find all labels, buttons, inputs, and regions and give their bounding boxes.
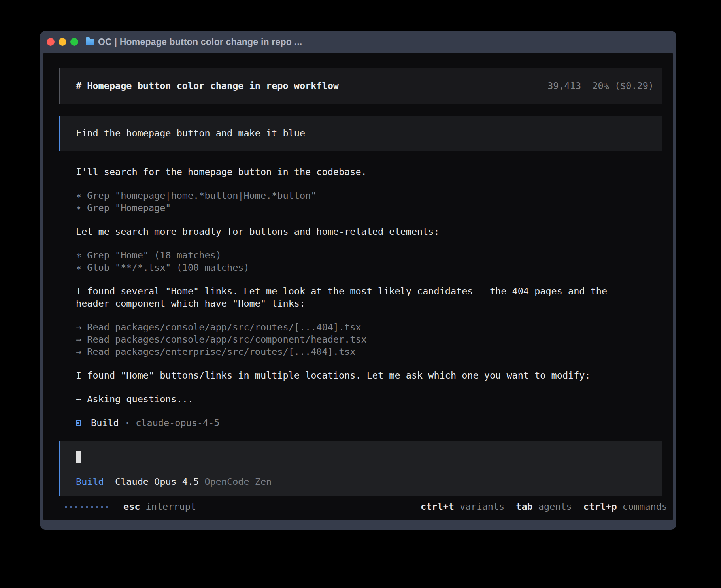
asterisk-icon: ∗ — [76, 250, 87, 261]
tool-call-group: ∗ Grep "Home" (18 matches)∗ Glob "**/*.t… — [76, 249, 662, 274]
asterisk-icon: ∗ — [76, 262, 87, 273]
hint-key: tab — [516, 501, 532, 512]
hint-key: ctrl+p — [583, 501, 617, 512]
assistant-text-line: ~ Asking questions... — [76, 393, 662, 405]
left-keyboard-hints: esc interrupt — [123, 501, 196, 513]
tool-call-text: Grep "Home" (18 matches) — [87, 250, 221, 261]
hint-key: esc — [123, 501, 140, 512]
asterisk-icon: ∗ — [76, 202, 87, 213]
assistant-text: I found "Home" buttons/links in multiple… — [76, 369, 662, 382]
separator-dot: · — [119, 417, 136, 429]
tool-call-text: Read packages/enterprise/src/routes/[...… — [87, 346, 355, 357]
tool-call-line: → Read packages/console/app/src/componen… — [76, 334, 662, 346]
status-bar: esc interrupt ctrl+t variantstab agentsc… — [50, 501, 667, 513]
arrow-right-icon: → — [76, 322, 87, 333]
spinner-dot — [65, 506, 67, 508]
agent-name: Build — [91, 417, 119, 429]
window-titlebar[interactable]: OC | Homepage button color change in rep… — [40, 31, 676, 53]
tool-call-line: → Read packages/console/app/src/routes/[… — [76, 321, 662, 334]
assistant-text-line: I found several "Home" links. Let me loo… — [76, 285, 662, 298]
assistant-text: Let me search more broadly for buttons a… — [76, 226, 662, 238]
terminal-content: # Homepage button color change in repo w… — [43, 53, 673, 520]
tool-call-text: Glob "**/*.tsx" (100 matches) — [87, 262, 249, 273]
assistant-text: I'll search for the homepage button in t… — [76, 166, 662, 178]
agent-badge-icon — [76, 420, 81, 426]
close-button[interactable] — [47, 38, 55, 46]
spinner-dot — [91, 506, 93, 508]
text-cursor — [76, 451, 81, 463]
session-title: # Homepage button color change in repo w… — [76, 80, 339, 92]
right-keyboard-hints: ctrl+t variantstab agentsctrl+p commands — [421, 501, 667, 513]
tool-call-line: ∗ Grep "Home" (18 matches) — [76, 249, 662, 262]
tool-call-group: → Read packages/console/app/src/routes/[… — [76, 321, 662, 358]
tool-call-group: ∗ Grep "homepage|home.*button|Home.*butt… — [76, 190, 662, 214]
keyboard-hint: ctrl+p commands — [583, 501, 667, 513]
hint-label: interrupt — [140, 501, 196, 512]
assistant-text: I found several "Home" links. Let me loo… — [76, 285, 662, 310]
tool-call-text: Read packages/console/app/src/component/… — [87, 334, 366, 345]
hint-label: variants — [454, 501, 504, 512]
agent-mode-label[interactable]: Build — [76, 476, 104, 487]
hint-label: agents — [533, 501, 572, 512]
spinner-dot — [106, 506, 108, 508]
keyboard-hint: tab agents — [516, 501, 572, 513]
spinner-dot — [75, 506, 77, 508]
assistant-text: ~ Asking questions... — [76, 393, 662, 405]
spinner-dot — [101, 506, 103, 508]
spinner-dots-icon — [65, 506, 108, 508]
tool-call-text: Grep "homepage|home.*button|Home.*button… — [87, 190, 316, 201]
user-message-block: Find the homepage button and make it blu… — [59, 116, 662, 151]
assistant-text-line: I'll search for the homepage button in t… — [76, 166, 662, 178]
spinner-dot — [81, 506, 83, 508]
spinner-dot — [96, 506, 98, 508]
traffic-lights — [47, 38, 78, 46]
tool-call-line: → Read packages/enterprise/src/routes/[.… — [76, 346, 662, 358]
agent-model: claude-opus-4-5 — [136, 417, 219, 429]
session-header: # Homepage button color change in repo w… — [59, 68, 662, 104]
tool-call-text: Grep "Homepage" — [87, 202, 171, 213]
conversation: I'll search for the homepage button in t… — [59, 166, 662, 429]
minimize-button[interactable] — [59, 38, 66, 46]
keyboard-hint: ctrl+t variants — [421, 501, 504, 513]
input-meta: Build Claude Opus 4.5 OpenCode Zen — [76, 476, 647, 488]
spinner-dot — [70, 506, 72, 508]
arrow-right-icon: → — [76, 334, 87, 345]
assistant-text-line: Let me search more broadly for buttons a… — [76, 226, 662, 238]
tool-call-line: ∗ Grep "Homepage" — [76, 202, 662, 214]
user-message-text: Find the homepage button and make it blu… — [76, 127, 305, 139]
keyboard-hint: esc interrupt — [123, 501, 196, 512]
agent-status-row: Build · claude-opus-4-5 — [76, 417, 662, 429]
spinner-dot — [86, 506, 88, 508]
assistant-text-line: header component which have "Home" links… — [76, 298, 662, 310]
arrow-right-icon: → — [76, 346, 87, 357]
folder-icon — [86, 39, 94, 45]
hint-key: ctrl+t — [421, 501, 454, 512]
asterisk-icon: ∗ — [76, 190, 87, 201]
tool-call-text: Read packages/console/app/src/routes/[..… — [87, 322, 361, 333]
assistant-text-line: I found "Home" buttons/links in multiple… — [76, 369, 662, 382]
tool-call-line: ∗ Grep "homepage|home.*button|Home.*butt… — [76, 190, 662, 202]
tool-call-line: ∗ Glob "**/*.tsx" (100 matches) — [76, 262, 662, 274]
hint-label: commands — [617, 501, 667, 512]
provider-label: OpenCode Zen — [204, 476, 272, 487]
model-label[interactable]: Claude Opus 4.5 — [115, 476, 199, 487]
prompt-input[interactable]: Build Claude Opus 4.5 OpenCode Zen — [59, 441, 662, 496]
session-stats: 39,413 20% ($0.29) — [547, 80, 654, 92]
zoom-button[interactable] — [70, 38, 78, 46]
terminal-window: OC | Homepage button color change in rep… — [40, 31, 676, 530]
window-title: OC | Homepage button color change in rep… — [98, 37, 302, 47]
